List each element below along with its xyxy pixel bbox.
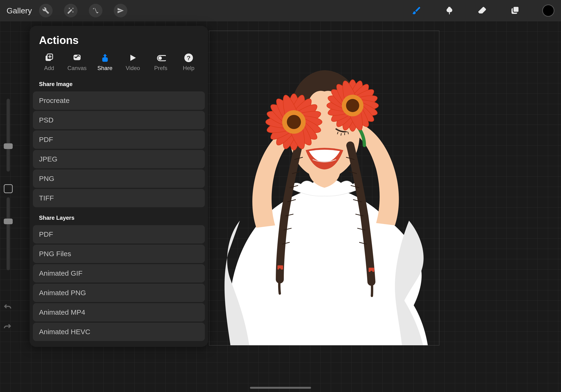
svg-rect-48 [102,57,108,62]
tab-label: Canvas [67,65,86,71]
tab-help[interactable]: ? Help [175,53,203,71]
option-animated-hevc[interactable]: Animated HEVC [33,323,205,341]
eraser-tool[interactable] [476,5,488,16]
option-layers-pdf[interactable]: PDF [33,225,205,243]
help-icon: ? [183,53,194,63]
brush-tool[interactable] [411,5,422,16]
video-icon [128,53,138,63]
transform-button[interactable] [114,4,127,17]
option-psd[interactable]: PSD [33,111,205,129]
svg-point-40 [346,99,359,112]
svg-point-50 [158,56,162,60]
adjustments-button[interactable] [64,4,77,17]
tab-label: Share [97,65,113,71]
tab-prefs[interactable]: Prefs [147,53,174,71]
brush-size-thumb[interactable] [4,143,13,149]
option-png-files[interactable]: PNG Files [33,245,205,263]
share-layers-header: Share Layers [30,208,208,224]
undo-button[interactable] [3,303,12,313]
layers-button[interactable] [509,5,521,16]
option-animated-gif[interactable]: Animated GIF [33,264,205,283]
tab-label: Help [183,65,194,71]
tab-label: Add [44,65,54,71]
smudge-tool[interactable] [443,5,455,16]
share-image-list: Procreate PSD PDF JPEG PNG TIFF [30,91,208,207]
canvas-icon [72,53,82,63]
tab-add[interactable]: Add [35,53,63,71]
option-animated-mp4[interactable]: Animated MP4 [33,303,205,322]
top-toolbar: Gallery [0,0,561,21]
artwork-frame [209,31,439,346]
actions-button[interactable] [39,4,53,17]
selection-button[interactable] [89,4,102,17]
option-procreate[interactable]: Procreate [33,91,205,110]
tab-share[interactable]: Share [91,53,119,71]
tab-label: Prefs [154,65,167,71]
option-animated-png[interactable]: Animated PNG [33,284,205,302]
tab-video[interactable]: Video [119,53,147,71]
prefs-icon [155,53,166,63]
color-picker[interactable] [542,4,554,17]
svg-text:?: ? [187,54,191,62]
actions-popover: Actions Add Canvas Share Video [30,26,208,347]
share-icon [100,53,110,63]
opacity-thumb[interactable] [4,218,13,224]
tab-label: Video [126,65,140,71]
artwork-canvas[interactable] [209,56,439,345]
side-sliders [0,99,16,279]
modify-button[interactable] [4,184,13,193]
opacity-slider[interactable] [7,197,10,270]
brush-size-slider[interactable] [7,99,10,172]
option-pdf[interactable]: PDF [33,131,205,149]
option-png[interactable]: PNG [33,169,205,188]
gallery-button[interactable]: Gallery [7,6,32,15]
home-indicator [250,387,311,389]
svg-point-28 [287,115,301,129]
share-image-header: Share Image [30,75,208,90]
popover-title: Actions [30,34,208,53]
share-layers-list: PDF PNG Files Animated GIF Animated PNG … [30,225,208,341]
redo-button[interactable] [3,323,12,332]
svg-rect-42 [513,7,519,12]
option-tiff[interactable]: TIFF [33,189,205,207]
option-jpeg[interactable]: JPEG [33,150,205,168]
add-icon [44,53,54,63]
tab-canvas[interactable]: Canvas [63,53,91,71]
actions-tabs: Add Canvas Share Video Prefs [30,53,208,75]
